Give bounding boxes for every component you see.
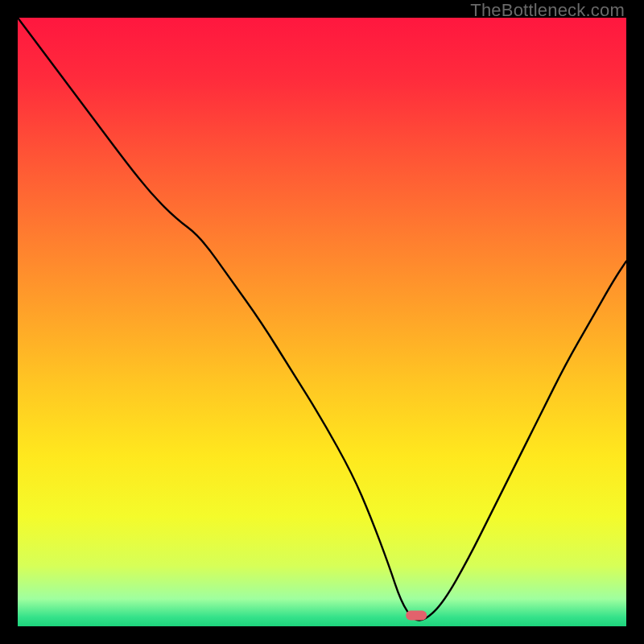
chart-svg	[18, 18, 626, 626]
optimum-marker	[406, 610, 427, 620]
watermark-text: TheBottleneck.com	[470, 0, 625, 21]
chart-frame	[18, 18, 626, 626]
chart-background-gradient	[18, 18, 626, 626]
